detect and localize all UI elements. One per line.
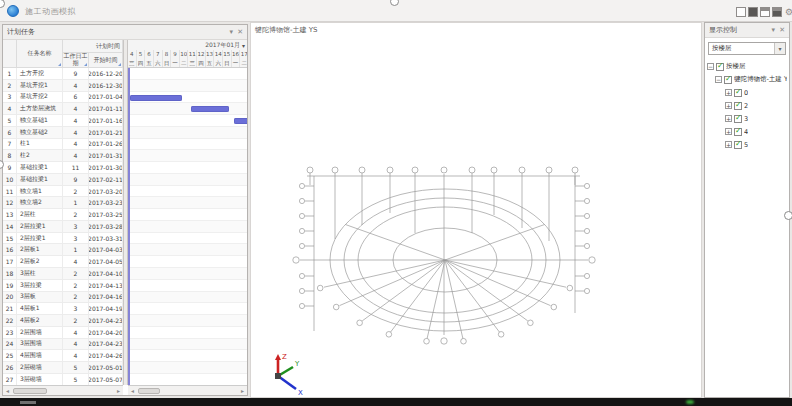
window-toolbar: ⚙ — [736, 7, 792, 17]
row-number-header[interactable] — [3, 40, 17, 68]
checkbox-checked-icon[interactable] — [734, 102, 742, 110]
tree-item-model[interactable]: − 犍陀博物馆-土建 YS — [707, 73, 787, 86]
table-row[interactable]: 162层板112017-04-03 — [3, 244, 123, 256]
table-row[interactable]: 5独立基础142017-01-16 — [3, 115, 123, 127]
cell-no: 3 — [3, 92, 17, 103]
scroll-right-icon[interactable]: ▸ — [238, 386, 247, 395]
tree-item-floor[interactable]: +4 — [725, 125, 787, 138]
cell-no: 11 — [3, 186, 17, 197]
tree-item-floor[interactable]: +2 — [725, 99, 787, 112]
table-row[interactable]: 10基础拉梁192017-02-11 — [3, 174, 123, 186]
table-row[interactable]: 3基坑开挖262017-01-04 — [3, 92, 123, 104]
cell-date: 2017-01-11 — [89, 103, 123, 114]
collapse-panel-icon[interactable]: ▾ — [230, 29, 234, 36]
taskbar-item[interactable] — [20, 401, 36, 404]
float-window-icon[interactable] — [760, 7, 770, 17]
cascade-windows-icon[interactable] — [736, 7, 746, 17]
checkbox-checked-icon[interactable] — [724, 76, 732, 84]
table-row[interactable]: 12独立墙212017-03-23 — [3, 197, 123, 209]
table-row[interactable]: 262层砌墙52017-05-01 — [3, 362, 123, 374]
tree-item-floor[interactable]: +0 — [725, 86, 787, 99]
cell-name: 3层柱 — [17, 268, 63, 279]
scroll-left-icon[interactable]: ◂ — [128, 386, 137, 395]
plan-drawing — [251, 23, 703, 399]
duration-header[interactable]: 工作日工期 — [63, 53, 89, 68]
table-row[interactable]: 11独立墙122017-03-20 — [3, 186, 123, 198]
expand-node-icon[interactable]: + — [725, 128, 732, 135]
scroll-right-icon[interactable]: ▸ — [114, 386, 123, 395]
table-row[interactable]: 4土方垫层浇筑42017-01-11 — [3, 103, 123, 115]
table-row[interactable]: 1土方开挖92016-12-20 — [3, 68, 123, 80]
start-date-header[interactable]: 开始时间 — [89, 53, 123, 68]
cell-name: 3层拉梁 — [17, 280, 63, 291]
checkbox-checked-icon[interactable] — [734, 128, 742, 136]
table-row[interactable]: 224层板222017-04-23 — [3, 315, 123, 327]
checkbox-checked-icon[interactable] — [734, 115, 742, 123]
gantt-bar[interactable] — [191, 106, 230, 112]
table-row[interactable]: 203层板22017-04-16 — [3, 292, 123, 304]
tree-floor-label: 3 — [744, 115, 748, 123]
cell-name: 4层围墙 — [17, 350, 63, 361]
schedule-panel-header: 计划任务 ▾ ✕ — [3, 25, 247, 40]
collapse-node-icon[interactable]: − — [707, 63, 714, 70]
table-row[interactable]: 152层拉梁132017-03-31 — [3, 233, 123, 245]
expand-node-icon[interactable]: + — [725, 115, 732, 122]
table-row[interactable]: 7柱142017-01-26 — [3, 139, 123, 151]
gantt-day-header: 5 — [137, 50, 146, 59]
cell-dur: 2 — [63, 268, 89, 279]
cell-date: 2016-12-20 — [89, 68, 123, 79]
group-by-dropdown[interactable]: 按楼层 ▾ — [708, 42, 786, 55]
cell-dur: 6 — [63, 92, 89, 103]
table-row[interactable]: 193层拉梁22017-04-13 — [3, 280, 123, 292]
table-row[interactable]: 232层围墙42017-04-20 — [3, 327, 123, 339]
expand-node-icon[interactable]: + — [725, 102, 732, 109]
gantt-day-header: 17 — [240, 50, 247, 59]
checkbox-checked-icon[interactable] — [716, 63, 724, 71]
model-viewport[interactable]: 犍陀博物馆-土建 YS — [250, 22, 702, 398]
table-horizontal-scrollbar[interactable]: ◂ ▸ — [3, 385, 123, 395]
tile-windows-icon[interactable] — [748, 7, 758, 17]
table-row[interactable]: 9基础拉梁1112017-01-30 — [3, 162, 123, 174]
gantt-horizontal-scrollbar[interactable]: ◂ ▸ — [128, 385, 247, 395]
collapse-node-icon[interactable]: − — [715, 76, 722, 83]
tree-item-floor[interactable]: +3 — [725, 112, 787, 125]
expand-node-icon[interactable]: + — [725, 89, 732, 96]
collapse-panel-icon[interactable]: ▾ — [772, 27, 776, 34]
table-row[interactable]: 214层板132017-04-19 — [3, 303, 123, 315]
table-row[interactable]: 254层围墙42017-04-26 — [3, 350, 123, 362]
expand-node-icon[interactable]: + — [725, 141, 732, 148]
cell-name: 土方开挖 — [17, 68, 63, 79]
table-row[interactable]: 273层砌墙52017-05-07 — [3, 374, 123, 385]
gantt-month-selector[interactable]: 2017年01月 ▾ — [128, 40, 247, 50]
gantt-day-header: 7 — [154, 50, 163, 59]
cell-dur: 4 — [63, 115, 89, 126]
gantt-bar[interactable] — [234, 118, 247, 124]
table-row[interactable]: 6独立基础242017-01-21 — [3, 127, 123, 139]
capture-handle-right-middle[interactable] — [784, 211, 792, 220]
table-row[interactable]: 132层柱22017-03-25 — [3, 209, 123, 221]
tree-item-root[interactable]: − 按楼层 — [707, 60, 787, 73]
table-row[interactable]: 183层柱22017-04-10 — [3, 268, 123, 280]
gantt-weekday-header: 日 — [163, 59, 172, 67]
checkbox-checked-icon[interactable] — [734, 89, 742, 97]
table-row[interactable]: 243层围墙42017-04-23 — [3, 339, 123, 351]
tree-root-label: 按楼层 — [726, 62, 746, 71]
close-panel-icon[interactable]: ✕ — [779, 27, 785, 34]
gantt-bar[interactable] — [130, 95, 182, 101]
tree-item-floor[interactable]: +5 — [725, 138, 787, 151]
cell-name: 基坑开挖1 — [17, 80, 63, 91]
gantt-day-header: 4 — [128, 50, 137, 59]
table-row[interactable]: 142层拉梁132017-03-28 — [3, 221, 123, 233]
checkbox-checked-icon[interactable] — [734, 141, 742, 149]
close-panel-icon[interactable]: ✕ — [237, 29, 243, 36]
scroll-left-icon[interactable]: ◂ — [3, 386, 12, 395]
table-row[interactable]: 2基坑开挖142016-12-30 — [3, 80, 123, 92]
gantt-day-header: 11 — [188, 50, 197, 59]
dock-window-icon[interactable] — [772, 7, 782, 17]
settings-icon[interactable]: ⚙ — [784, 7, 792, 17]
taskbar-led-icon — [686, 400, 694, 404]
table-row[interactable]: 8柱242017-01-31 — [3, 150, 123, 162]
cell-name: 柱1 — [17, 139, 63, 150]
table-row[interactable]: 172层板242017-04-05 — [3, 256, 123, 268]
task-name-header[interactable]: 任务名称 — [17, 40, 63, 68]
